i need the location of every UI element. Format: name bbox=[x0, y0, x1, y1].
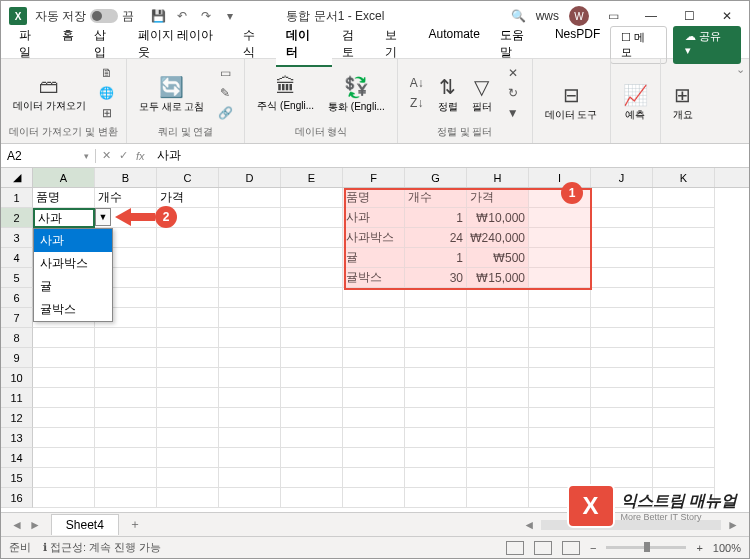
cell-F11[interactable] bbox=[343, 388, 405, 408]
cell-H4[interactable]: ₩500 bbox=[467, 248, 529, 268]
cell-I14[interactable] bbox=[529, 448, 591, 468]
memo-button[interactable]: ☐ 메모 bbox=[610, 26, 666, 64]
cell-D6[interactable] bbox=[219, 288, 281, 308]
cell-I2[interactable] bbox=[529, 208, 591, 228]
cell-F16[interactable] bbox=[343, 488, 405, 508]
cell-I3[interactable] bbox=[529, 228, 591, 248]
cell-D8[interactable] bbox=[219, 328, 281, 348]
cell-C1[interactable]: 가격 bbox=[157, 188, 219, 208]
cell-F6[interactable] bbox=[343, 288, 405, 308]
cell-K5[interactable] bbox=[653, 268, 715, 288]
cell-H8[interactable] bbox=[467, 328, 529, 348]
cell-D1[interactable] bbox=[219, 188, 281, 208]
cell-G4[interactable]: 1 bbox=[405, 248, 467, 268]
filter-button[interactable]: ▽필터 bbox=[468, 73, 496, 114]
cell-D9[interactable] bbox=[219, 348, 281, 368]
sheet-tab-active[interactable]: Sheet4 bbox=[51, 514, 119, 535]
hscroll-left-icon[interactable]: ◄ bbox=[523, 518, 535, 532]
view-pagebreak-icon[interactable] bbox=[562, 541, 580, 555]
cell-F1[interactable]: 품명 bbox=[343, 188, 405, 208]
share-button[interactable]: ☁ 공유 ▾ bbox=[673, 26, 741, 64]
row-header-4[interactable]: 4 bbox=[1, 248, 33, 268]
cell-K9[interactable] bbox=[653, 348, 715, 368]
cell-B14[interactable] bbox=[95, 448, 157, 468]
cell-G2[interactable]: 1 bbox=[405, 208, 467, 228]
data-tools-button[interactable]: ⊟데이터 도구 bbox=[541, 81, 602, 122]
reapply-icon[interactable]: ↻ bbox=[502, 84, 524, 102]
cell-E9[interactable] bbox=[281, 348, 343, 368]
cell-E16[interactable] bbox=[281, 488, 343, 508]
cell-K12[interactable] bbox=[653, 408, 715, 428]
advanced-filter-icon[interactable]: ▼ bbox=[502, 104, 524, 122]
cell-D7[interactable] bbox=[219, 308, 281, 328]
cell-F4[interactable]: 귤 bbox=[343, 248, 405, 268]
row-header-13[interactable]: 13 bbox=[1, 428, 33, 448]
properties-icon[interactable]: ✎ bbox=[214, 84, 236, 102]
cell-C12[interactable] bbox=[157, 408, 219, 428]
zoom-value[interactable]: 100% bbox=[713, 542, 741, 554]
cell-K14[interactable] bbox=[653, 448, 715, 468]
cell-J2[interactable] bbox=[591, 208, 653, 228]
cell-I4[interactable] bbox=[529, 248, 591, 268]
cell-D2[interactable] bbox=[219, 208, 281, 228]
cell-D13[interactable] bbox=[219, 428, 281, 448]
cell-F8[interactable] bbox=[343, 328, 405, 348]
cell-K6[interactable] bbox=[653, 288, 715, 308]
cell-G7[interactable] bbox=[405, 308, 467, 328]
cell-C10[interactable] bbox=[157, 368, 219, 388]
cell-J7[interactable] bbox=[591, 308, 653, 328]
cell-E12[interactable] bbox=[281, 408, 343, 428]
clear-filter-icon[interactable]: ✕ bbox=[502, 64, 524, 82]
row-header-8[interactable]: 8 bbox=[1, 328, 33, 348]
cell-G1[interactable]: 개수 bbox=[405, 188, 467, 208]
column-header-C[interactable]: C bbox=[157, 168, 219, 187]
zoom-out-icon[interactable]: − bbox=[590, 542, 596, 554]
cell-C15[interactable] bbox=[157, 468, 219, 488]
cell-B1[interactable]: 개수 bbox=[95, 188, 157, 208]
cell-G8[interactable] bbox=[405, 328, 467, 348]
cell-J9[interactable] bbox=[591, 348, 653, 368]
cell-D11[interactable] bbox=[219, 388, 281, 408]
cell-G11[interactable] bbox=[405, 388, 467, 408]
sheet-nav-prev-icon[interactable]: ◄ bbox=[11, 518, 23, 532]
cell-E1[interactable] bbox=[281, 188, 343, 208]
cell-I9[interactable] bbox=[529, 348, 591, 368]
cell-I6[interactable] bbox=[529, 288, 591, 308]
cell-H15[interactable] bbox=[467, 468, 529, 488]
cell-I12[interactable] bbox=[529, 408, 591, 428]
row-header-3[interactable]: 3 bbox=[1, 228, 33, 248]
currency-button[interactable]: 💱통화 (Engli... bbox=[324, 73, 389, 114]
column-header-J[interactable]: J bbox=[591, 168, 653, 187]
cell-A13[interactable] bbox=[33, 428, 95, 448]
cell-D5[interactable] bbox=[219, 268, 281, 288]
cell-C16[interactable] bbox=[157, 488, 219, 508]
edit-links-icon[interactable]: 🔗 bbox=[214, 104, 236, 122]
cell-I13[interactable] bbox=[529, 428, 591, 448]
cell-B11[interactable] bbox=[95, 388, 157, 408]
forecast-button[interactable]: 📈예측 bbox=[619, 81, 652, 122]
enter-formula-icon[interactable]: ✓ bbox=[119, 149, 128, 162]
cell-B16[interactable] bbox=[95, 488, 157, 508]
cell-G13[interactable] bbox=[405, 428, 467, 448]
cell-A9[interactable] bbox=[33, 348, 95, 368]
cell-J4[interactable] bbox=[591, 248, 653, 268]
add-sheet-button[interactable]: ＋ bbox=[119, 516, 151, 533]
select-all-corner[interactable]: ◢ bbox=[1, 168, 33, 187]
cell-E7[interactable] bbox=[281, 308, 343, 328]
cell-J1[interactable] bbox=[591, 188, 653, 208]
dropdown-option[interactable]: 귤 bbox=[34, 275, 112, 298]
cell-H9[interactable] bbox=[467, 348, 529, 368]
cell-D14[interactable] bbox=[219, 448, 281, 468]
column-header-D[interactable]: D bbox=[219, 168, 281, 187]
cell-F5[interactable]: 귤박스 bbox=[343, 268, 405, 288]
cell-A11[interactable] bbox=[33, 388, 95, 408]
cell-C5[interactable] bbox=[157, 268, 219, 288]
cell-J14[interactable] bbox=[591, 448, 653, 468]
cell-A12[interactable] bbox=[33, 408, 95, 428]
cell-H7[interactable] bbox=[467, 308, 529, 328]
cell-K7[interactable] bbox=[653, 308, 715, 328]
dropdown-option[interactable]: 귤박스 bbox=[34, 298, 112, 321]
cell-D4[interactable] bbox=[219, 248, 281, 268]
cell-J12[interactable] bbox=[591, 408, 653, 428]
formula-input[interactable]: 사과 bbox=[151, 147, 749, 164]
